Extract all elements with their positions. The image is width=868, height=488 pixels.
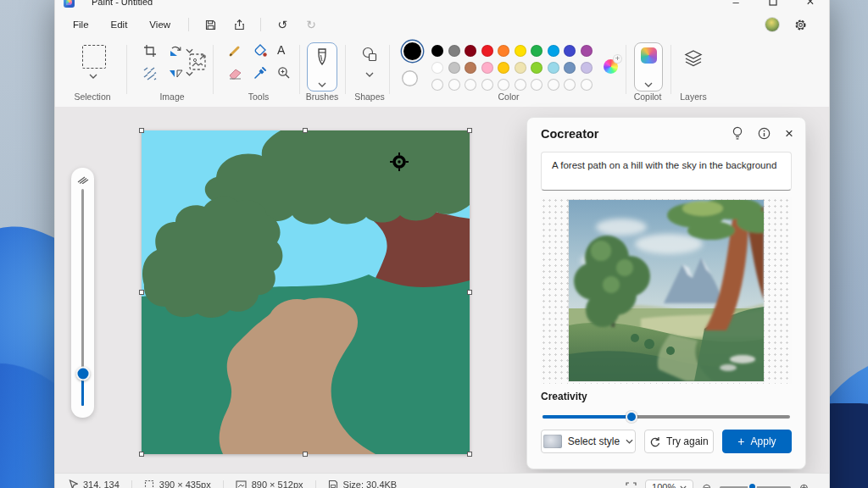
separator	[389, 45, 390, 94]
brush-size-slider-panel	[71, 168, 94, 418]
info-icon[interactable]	[758, 127, 771, 140]
minimize-button[interactable]: –	[717, 0, 754, 13]
crop-icon[interactable]	[143, 44, 157, 58]
color1-swatch[interactable]	[403, 42, 421, 60]
select-style-button[interactable]: Select style	[541, 430, 636, 453]
color-swatch[interactable]	[431, 45, 443, 57]
color-swatch[interactable]	[465, 62, 476, 74]
color-swatch[interactable]	[564, 45, 576, 57]
close-button[interactable]: ×	[792, 0, 829, 13]
resize-skew-icon[interactable]	[143, 67, 157, 80]
color-swatch-empty[interactable]	[548, 79, 559, 91]
menu-file[interactable]: File	[62, 16, 100, 33]
selection-handle[interactable]	[467, 128, 472, 133]
brushes-button[interactable]	[307, 42, 337, 92]
layers-icon[interactable]	[683, 48, 704, 69]
tools-group: A Tools	[221, 36, 296, 107]
color-swatch[interactable]	[548, 45, 559, 57]
status-bar: 314, 134 390 × 435px 890 × 512px Size: 3…	[55, 473, 829, 488]
selection-handle[interactable]	[303, 452, 308, 457]
selection-handle[interactable]	[467, 290, 472, 295]
pencil-tool-icon[interactable]	[228, 44, 242, 58]
brush-size-slider-track[interactable]	[81, 189, 84, 406]
flip-icon[interactable]	[169, 67, 183, 80]
selection-handle[interactable]	[467, 452, 472, 457]
text-tool-icon[interactable]: A	[277, 43, 285, 57]
fill-tool-icon[interactable]	[253, 44, 268, 58]
try-again-button[interactable]: Try again	[644, 430, 714, 453]
color-swatch[interactable]	[564, 62, 576, 74]
creativity-slider-thumb[interactable]	[626, 411, 637, 423]
selection-handle[interactable]	[303, 128, 308, 133]
zoom-slider-thumb[interactable]	[748, 482, 757, 488]
color-swatch[interactable]	[498, 45, 509, 57]
palette-row-1	[431, 45, 593, 57]
menu-view[interactable]: View	[138, 16, 181, 33]
color-picker-tool-icon[interactable]	[253, 66, 267, 80]
drawing-canvas[interactable]	[142, 130, 470, 454]
color-swatch[interactable]	[515, 62, 526, 74]
cocreator-close-icon[interactable]: ×	[785, 128, 793, 140]
zoom-out-icon[interactable]: ⊖	[702, 481, 711, 488]
menu-edit[interactable]: Edit	[100, 16, 139, 33]
selection-handle[interactable]	[139, 452, 144, 457]
paint-window: Paint - Untitled – × File Edit View	[54, 0, 830, 488]
color-swatch-empty[interactable]	[564, 79, 576, 91]
shapes-icon[interactable]	[361, 46, 378, 63]
color-swatch[interactable]	[548, 62, 559, 74]
color-swatch-empty[interactable]	[515, 79, 526, 91]
color-swatch[interactable]	[481, 62, 493, 74]
image-options-icon[interactable]	[187, 52, 208, 72]
color-swatch[interactable]	[531, 45, 542, 57]
edit-colors-wheel-icon[interactable]	[604, 59, 618, 74]
prompt-input[interactable]: A forest path on a hill with the sky in …	[541, 152, 792, 191]
color-swatch[interactable]	[431, 62, 443, 74]
magnifier-tool-icon[interactable]	[277, 66, 291, 80]
selection-tool-icon[interactable]	[82, 45, 106, 69]
color-swatch[interactable]	[465, 45, 476, 57]
chevron-down-icon[interactable]	[318, 82, 326, 87]
color-swatch[interactable]	[481, 45, 493, 57]
color-swatch-empty[interactable]	[448, 79, 460, 91]
save-button[interactable]	[198, 15, 223, 34]
eraser-tool-icon[interactable]	[228, 67, 242, 80]
undo-button[interactable]: ↺	[270, 15, 295, 34]
group-label: Copilot	[626, 92, 669, 102]
lightbulb-icon[interactable]	[732, 126, 743, 141]
color-swatch-empty[interactable]	[465, 79, 476, 91]
color-swatch[interactable]	[581, 45, 593, 57]
color-swatch-empty[interactable]	[431, 79, 443, 91]
creativity-slider[interactable]	[542, 411, 790, 423]
brush-size-slider-thumb[interactable]	[75, 366, 90, 380]
apply-button[interactable]: + Apply	[722, 430, 792, 453]
color-swatch-empty[interactable]	[481, 79, 493, 91]
chevron-down-icon[interactable]	[89, 74, 97, 79]
selection-handle[interactable]	[139, 290, 144, 295]
rotate-icon[interactable]	[169, 44, 182, 58]
chevron-down-icon[interactable]	[644, 82, 653, 87]
color-swatch[interactable]	[498, 62, 509, 74]
generated-image[interactable]	[569, 200, 764, 381]
share-button[interactable]	[226, 15, 252, 34]
color-swatch-empty[interactable]	[581, 79, 593, 91]
color-swatch[interactable]	[581, 62, 593, 74]
zoom-in-icon[interactable]: ⊕	[799, 481, 809, 488]
color2-swatch[interactable]	[402, 70, 418, 86]
copilot-button[interactable]	[634, 42, 663, 92]
selection-handle[interactable]	[139, 128, 144, 133]
maximize-button[interactable]	[754, 0, 792, 13]
zoom-level-dropdown[interactable]: 100%	[645, 480, 693, 488]
settings-gear-icon[interactable]	[794, 19, 807, 31]
canvas-painting	[142, 130, 470, 454]
account-avatar[interactable]	[765, 18, 779, 31]
zoom-slider[interactable]	[720, 482, 791, 488]
fit-to-window-icon[interactable]	[626, 482, 637, 488]
color-swatch[interactable]	[515, 45, 526, 57]
color-swatch[interactable]	[448, 62, 460, 74]
color-swatch-empty[interactable]	[498, 79, 509, 91]
chevron-down-icon[interactable]	[365, 72, 374, 77]
color-swatch[interactable]	[448, 45, 460, 57]
redo-button[interactable]: ↻	[298, 15, 324, 34]
color-swatch-empty[interactable]	[531, 79, 542, 91]
color-swatch[interactable]	[531, 62, 542, 74]
